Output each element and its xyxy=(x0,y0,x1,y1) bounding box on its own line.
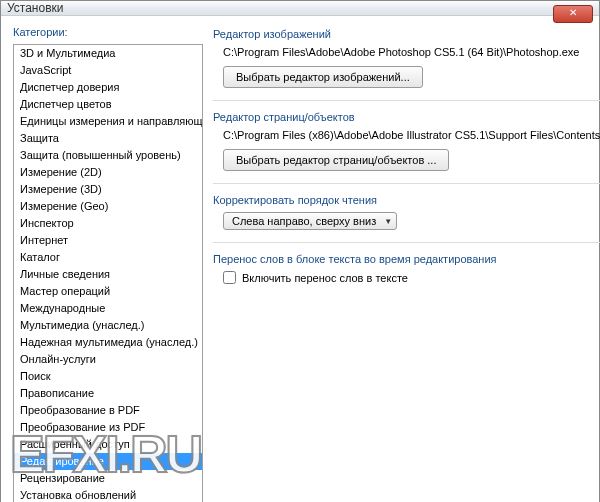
list-item[interactable]: Международные xyxy=(14,300,202,317)
word-wrap-section: Перенос слов в блоке текста во время ред… xyxy=(213,253,600,296)
content-area: Категории: 3D и МультимедиаJavaScriptДис… xyxy=(1,16,599,502)
list-item[interactable]: Рецензирование xyxy=(14,470,202,487)
list-item[interactable]: Диспетчер доверия xyxy=(14,79,202,96)
list-item[interactable]: Расширенный доступ xyxy=(14,436,202,453)
list-item[interactable]: Диспетчер цветов xyxy=(14,96,202,113)
list-item[interactable]: 3D и Мультимедиа xyxy=(14,45,202,62)
reading-order-dropdown[interactable]: Слева направо, сверху вниз ▼ xyxy=(223,212,397,230)
list-item[interactable]: Единицы измерения и направляющие xyxy=(14,113,202,130)
word-wrap-label[interactable]: Включить перенос слов в тексте xyxy=(242,272,408,284)
list-item[interactable]: Установка обновлений xyxy=(14,487,202,502)
window-title: Установки xyxy=(7,1,63,15)
list-item[interactable]: Измерение (3D) xyxy=(14,181,202,198)
list-item[interactable]: Редактирование xyxy=(14,453,202,470)
image-editor-title: Редактор изображений xyxy=(213,28,600,40)
list-item[interactable]: Преобразование в PDF xyxy=(14,402,202,419)
list-item[interactable]: Защита xyxy=(14,130,202,147)
list-item[interactable]: Интернет xyxy=(14,232,202,249)
list-item[interactable]: Правописание xyxy=(14,385,202,402)
choose-image-editor-button[interactable]: Выбрать редактор изображений... xyxy=(223,66,423,88)
page-editor-section: Редактор страниц/объектов C:\Program Fil… xyxy=(213,111,600,184)
titlebar: Установки ✕ xyxy=(1,1,599,16)
page-editor-title: Редактор страниц/объектов xyxy=(213,111,600,123)
close-icon: ✕ xyxy=(569,7,577,18)
list-item[interactable]: Поиск xyxy=(14,368,202,385)
reading-order-value: Слева направо, сверху вниз xyxy=(232,215,376,227)
word-wrap-title: Перенос слов в блоке текста во время ред… xyxy=(213,253,600,265)
list-item[interactable]: Личные сведения xyxy=(14,266,202,283)
preferences-window: Установки ✕ Категории: 3D и МультимедиаJ… xyxy=(0,0,600,502)
categories-listbox[interactable]: 3D и МультимедиаJavaScriptДиспетчер дове… xyxy=(13,44,203,502)
list-item[interactable]: Надежная мультимедиа (унаслед.) xyxy=(14,334,202,351)
list-item[interactable]: Мастер операций xyxy=(14,283,202,300)
settings-panel: Редактор изображений C:\Program Files\Ad… xyxy=(213,26,600,502)
reading-order-section: Корректировать порядок чтения Слева напр… xyxy=(213,194,600,243)
word-wrap-checkbox[interactable] xyxy=(223,271,236,284)
list-item[interactable]: Онлайн-услуги xyxy=(14,351,202,368)
categories-label: Категории: xyxy=(13,26,203,38)
list-item[interactable]: Каталог xyxy=(14,249,202,266)
close-button[interactable]: ✕ xyxy=(553,5,593,23)
image-editor-section: Редактор изображений C:\Program Files\Ad… xyxy=(213,28,600,101)
choose-page-editor-button[interactable]: Выбрать редактор страниц/объектов ... xyxy=(223,149,449,171)
word-wrap-row: Включить перенос слов в тексте xyxy=(223,271,600,284)
chevron-down-icon: ▼ xyxy=(384,217,392,226)
list-item[interactable]: Измерение (Geo) xyxy=(14,198,202,215)
list-item[interactable]: Защита (повышенный уровень) xyxy=(14,147,202,164)
list-item[interactable]: Инспектор xyxy=(14,215,202,232)
image-editor-path: C:\Program Files\Adobe\Adobe Photoshop C… xyxy=(223,46,600,58)
list-item[interactable]: Измерение (2D) xyxy=(14,164,202,181)
page-editor-path: C:\Program Files (x86)\Adobe\Adobe Illus… xyxy=(223,129,600,141)
list-item[interactable]: JavaScript xyxy=(14,62,202,79)
categories-panel: Категории: 3D и МультимедиаJavaScriptДис… xyxy=(13,26,203,502)
list-item[interactable]: Преобразование из PDF xyxy=(14,419,202,436)
reading-order-title: Корректировать порядок чтения xyxy=(213,194,600,206)
list-item[interactable]: Мультимедиа (унаслед.) xyxy=(14,317,202,334)
